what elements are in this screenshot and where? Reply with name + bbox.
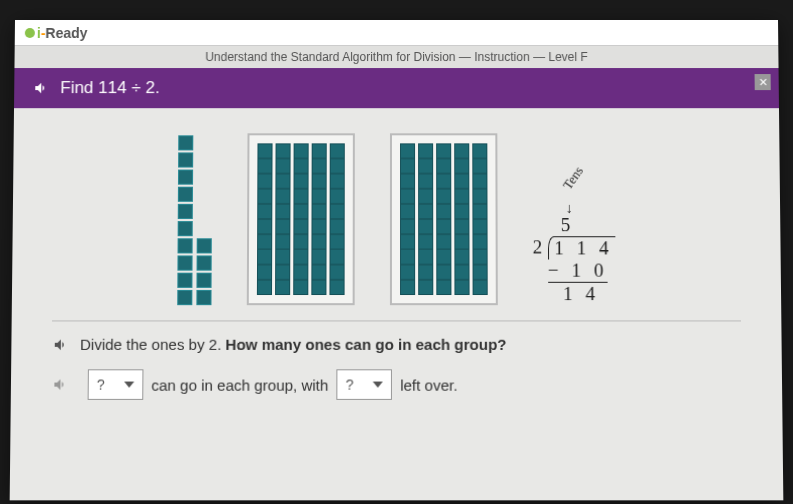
unit-block — [177, 273, 192, 288]
visual-row: Tens ↓ 5 2 1 1 4 − 1 0 1 4 — [52, 133, 741, 321]
instruction-text: Find 114 ÷ 2. — [60, 78, 159, 98]
unit-column-tall — [177, 135, 193, 305]
unit-block — [177, 238, 192, 253]
dropdown-group-count[interactable]: ? — [88, 369, 144, 400]
main-area: Tens ↓ 5 2 1 1 4 − 1 0 1 4 Divide the on… — [11, 108, 783, 415]
ten-rod — [472, 143, 487, 295]
ten-rod — [311, 143, 326, 295]
audio-icon[interactable] — [32, 80, 50, 96]
unit-block — [196, 238, 211, 253]
brand-bar: i - Ready — [15, 20, 779, 46]
unit-block — [177, 290, 192, 305]
question-prefix: Divide the ones by 2. — [80, 336, 222, 353]
unit-block — [196, 290, 211, 305]
unit-block — [178, 187, 193, 202]
chevron-down-icon — [124, 382, 134, 388]
unit-block — [177, 204, 192, 219]
close-icon: ✕ — [758, 76, 767, 89]
breadcrumb: Understand the Standard Algorithm for Di… — [14, 46, 778, 68]
ten-rod — [418, 143, 433, 295]
ten-rod — [257, 143, 273, 295]
logo-text-ready: Ready — [45, 24, 87, 40]
ten-rod — [293, 143, 309, 295]
chevron-down-icon — [373, 382, 383, 388]
dropdown-value: ? — [97, 376, 105, 392]
close-button[interactable]: ✕ — [755, 74, 771, 90]
ten-rod — [329, 143, 344, 295]
ten-rod — [400, 143, 415, 295]
unit-block — [196, 255, 211, 270]
unit-block — [196, 273, 211, 288]
ones-blocks — [177, 135, 212, 305]
unit-block — [178, 152, 193, 167]
dropdown-value: ? — [346, 376, 354, 392]
long-division: Tens ↓ 5 2 1 1 4 − 1 0 1 4 — [532, 179, 616, 306]
audio-icon[interactable] — [52, 336, 70, 352]
audio-icon[interactable] — [51, 376, 69, 392]
ten-rod — [454, 143, 469, 295]
unit-block — [177, 221, 192, 236]
subtract-value: − 1 0 — [548, 260, 608, 283]
answer-text-1: can go in each group, with — [151, 376, 328, 393]
unit-block — [178, 170, 193, 185]
instruction-bar: Find 114 ÷ 2. ✕ — [14, 68, 779, 108]
tens-group-1 — [247, 133, 355, 305]
divisor-dividend: 2 1 1 4 — [533, 236, 616, 259]
remainder: 1 4 — [533, 283, 616, 305]
ten-rod — [436, 143, 451, 295]
divisor: 2 — [533, 236, 549, 258]
tens-label: Tens — [559, 163, 586, 192]
answer-row: ? can go in each group, with ? left over… — [51, 369, 742, 400]
dividend: 1 1 4 — [548, 236, 616, 259]
dropdown-leftover[interactable]: ? — [336, 369, 392, 400]
question-bold: How many ones can go in each group? — [225, 336, 506, 353]
ten-rod — [275, 143, 291, 295]
unit-block — [178, 135, 193, 150]
question-row: Divide the ones by 2. How many ones can … — [52, 336, 742, 353]
unit-block — [177, 255, 192, 270]
tens-group-2 — [390, 133, 498, 305]
answer-text-2: left over. — [400, 376, 457, 393]
logo-dot — [25, 27, 35, 37]
app-window: i - Ready Understand the Standard Algori… — [10, 20, 784, 500]
quotient: 5 — [533, 214, 616, 236]
subtract-row: − 1 0 — [533, 260, 616, 283]
arrow-down-icon: ↓ — [566, 201, 573, 217]
unit-column-short — [196, 238, 211, 305]
